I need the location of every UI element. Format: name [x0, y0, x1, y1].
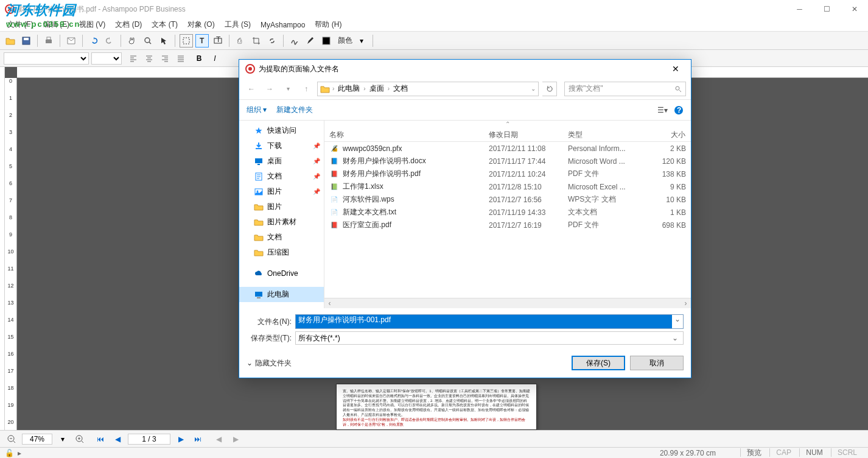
arrow-icon[interactable]	[157, 34, 170, 48]
next-page-icon[interactable]: ▶	[174, 432, 187, 446]
tree-item[interactable]: 下载📌	[239, 138, 324, 153]
menu-object[interactable]: 对象 (O)	[183, 18, 220, 32]
bold-icon[interactable]: B	[192, 52, 206, 65]
search-field[interactable]: 搜索"文档"	[564, 82, 686, 96]
crumb-pc[interactable]: 此电脑	[337, 83, 361, 94]
scroll-left-icon[interactable]: ‹	[324, 298, 335, 308]
filetype-select[interactable]: 所有文件(*.*) ⌄	[295, 331, 684, 345]
menu-view[interactable]: 视图 (V)	[74, 18, 110, 32]
save-button[interactable]: 保存(S)	[572, 356, 625, 370]
open-folder-icon[interactable]	[4, 34, 17, 48]
color-dropdown-icon[interactable]: ▾	[355, 34, 368, 48]
signature-icon[interactable]	[288, 34, 301, 48]
scroll-right-icon[interactable]: ›	[681, 298, 691, 308]
save-icon[interactable]	[19, 34, 33, 48]
zoom-input[interactable]	[22, 434, 52, 445]
dialog-close-button[interactable]: ✕	[667, 64, 685, 74]
file-row[interactable]: 📗工作簿1.xlsx2017/12/8 15:10Microsoft Excel…	[324, 180, 691, 193]
expand-icon[interactable]: ▸	[18, 449, 21, 457]
column-name[interactable]: 名称	[324, 127, 484, 141]
pen-icon[interactable]	[304, 34, 317, 48]
file-row[interactable]: 📄河东软件园.wps2017/12/7 16:56WPS文字 文档10 KB	[324, 193, 691, 206]
minimize-button[interactable]: ─	[786, 0, 813, 18]
menu-text[interactable]: 文本 (T)	[147, 18, 183, 32]
tree-item[interactable]: 此电脑	[239, 287, 324, 302]
tree-item[interactable]: 压缩图	[239, 245, 324, 260]
zoom-dropdown-icon[interactable]: ▾	[56, 432, 69, 446]
tree-item[interactable]: 图片	[239, 199, 324, 214]
zoom-icon[interactable]	[141, 34, 155, 48]
tree-item[interactable]: OneDrive	[239, 266, 324, 281]
help-icon[interactable]: ?	[674, 105, 684, 115]
font-family-select[interactable]	[4, 52, 89, 65]
file-row[interactable]: 📕财务用户操作说明书.pdf2017/12/11 10:24PDF 文件138 …	[324, 167, 691, 180]
crumb-docs[interactable]: 文档	[392, 83, 409, 94]
crop-icon[interactable]	[250, 34, 263, 48]
menu-tool[interactable]: 工具 (S)	[220, 18, 256, 32]
italic-icon[interactable]: I	[208, 52, 222, 65]
menu-myashampoo[interactable]: MyAshampoo	[256, 19, 310, 31]
cancel-button[interactable]: 取消	[630, 356, 684, 370]
tree-item[interactable]: 文档📌	[239, 169, 324, 184]
breadcrumb-dropdown-icon[interactable]: ⌄	[531, 85, 536, 92]
nav-up-button[interactable]: ↑	[299, 82, 313, 96]
nav-back-button[interactable]: ←	[244, 82, 259, 96]
folder-tree[interactable]: 快速访问下载📌桌面📌文档📌图片📌图片图片素材文档压缩图OneDrive此电脑网络	[239, 121, 324, 308]
align-center-icon[interactable]	[142, 52, 156, 65]
file-row[interactable]: 📄新建文本文档.txt2017/11/19 14:33文本文档1 KB	[324, 206, 691, 219]
menu-file[interactable]: 文件 (F)	[2, 18, 38, 32]
nav-back-icon[interactable]: ◀	[212, 432, 225, 446]
horizontal-scrollbar[interactable]: ‹ ›	[324, 298, 691, 308]
tree-item[interactable]: 图片📌	[239, 184, 324, 199]
page-input[interactable]	[128, 434, 170, 445]
link-icon[interactable]	[265, 34, 279, 48]
file-list[interactable]: 🔏wwwpc0359cn.pfx2017/12/11 11:08Personal…	[324, 142, 691, 298]
color-swatch-icon[interactable]	[320, 34, 333, 48]
filename-input[interactable]: 财务用户操作说明书-001.pdf	[296, 315, 672, 328]
column-size[interactable]: 大小	[642, 127, 691, 141]
column-date[interactable]: 修改日期	[484, 127, 563, 141]
last-page-icon[interactable]: ⏭	[191, 432, 205, 446]
tree-item[interactable]: 快速访问	[239, 123, 324, 138]
menu-document[interactable]: 文档 (D)	[110, 18, 147, 32]
send-icon[interactable]	[65, 34, 78, 48]
maximize-button[interactable]: ☐	[813, 0, 841, 18]
tree-item[interactable]: 文档	[239, 230, 324, 245]
refresh-button[interactable]	[542, 82, 557, 96]
column-type[interactable]: 类型	[563, 127, 642, 141]
first-page-icon[interactable]: ⏮	[94, 432, 107, 446]
menu-edit[interactable]: 编辑 (E)	[38, 18, 74, 32]
menu-help[interactable]: 帮助 (H)	[310, 18, 346, 32]
organize-button[interactable]: 组织 ▾	[247, 105, 267, 115]
textbox-icon[interactable]: T	[211, 34, 225, 48]
align-left-icon[interactable]	[127, 52, 140, 65]
print-icon[interactable]	[42, 34, 55, 48]
hide-folders-toggle[interactable]: ⌄ 隐藏文件夹	[247, 358, 292, 368]
hand-icon[interactable]	[125, 34, 139, 48]
font-size-select[interactable]	[91, 52, 122, 65]
align-justify-icon[interactable]	[174, 52, 187, 65]
prev-page-icon[interactable]: ◀	[111, 432, 124, 446]
close-button[interactable]: ✕	[841, 0, 868, 18]
tree-item[interactable]: 图片素材	[239, 214, 324, 230]
breadcrumb[interactable]: › 此电脑 › 桌面 › 文档 ⌄	[317, 82, 539, 96]
tree-item[interactable]: 桌面📌	[239, 153, 324, 169]
view-mode-button[interactable]: ☰▾	[657, 106, 668, 114]
crumb-desktop[interactable]: 桌面	[368, 83, 385, 94]
zoom-in-icon[interactable]	[73, 432, 86, 446]
file-row[interactable]: 🔏wwwpc0359cn.pfx2017/12/11 11:08Personal…	[324, 142, 691, 155]
align-right-icon[interactable]	[158, 52, 172, 65]
text-tool-icon[interactable]: T	[195, 34, 209, 48]
file-row[interactable]: 📕医疗室立面.pdf2017/12/7 16:19PDF 文件698 KB	[324, 219, 691, 231]
undo-icon[interactable]	[87, 34, 100, 48]
file-row[interactable]: 📘财务用户操作说明书.docx2017/11/17 17:44Microsoft…	[324, 155, 691, 167]
new-folder-button[interactable]: 新建文件夹	[276, 105, 313, 115]
snapshot-icon[interactable]: ⎙	[234, 34, 247, 48]
nav-history-button[interactable]: ▾	[281, 82, 295, 96]
nav-fwd-icon[interactable]: ▶	[229, 432, 242, 446]
select-icon[interactable]	[180, 34, 193, 48]
nav-forward-button[interactable]: →	[262, 82, 277, 96]
redo-icon[interactable]	[103, 34, 116, 48]
filename-dropdown-icon[interactable]: ⌄	[672, 315, 683, 328]
zoom-out-icon[interactable]	[5, 432, 18, 446]
